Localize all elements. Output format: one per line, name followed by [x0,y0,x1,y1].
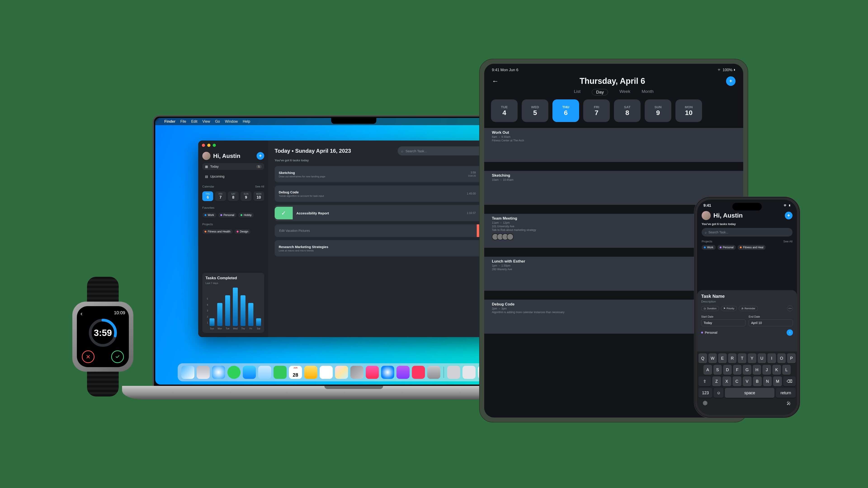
key-z[interactable]: Z [712,377,721,386]
dock-icon-finder[interactable] [181,366,194,379]
day-cell[interactable]: WED5 [522,99,548,122]
dock-icon-appstore[interactable] [381,366,394,379]
see-all-link[interactable]: See All [255,185,264,188]
chip-work[interactable]: Work [702,245,716,250]
dock-icon-settings[interactable] [197,366,210,379]
dock-icon-messages[interactable] [227,366,241,379]
dock-icon-photos[interactable] [335,366,348,379]
key-d[interactable]: D [723,365,732,375]
search-input[interactable]: ⌕ Search Task... [702,228,793,236]
tag-name[interactable]: Personal [705,331,717,334]
sheet-description[interactable]: Description [701,300,793,303]
minimize-button[interactable] [207,144,211,147]
mini-day[interactable]: THU6 [202,191,213,201]
menu-edit[interactable]: Edit [191,120,197,124]
task-row[interactable] [275,224,495,237]
key-w[interactable]: W [708,353,717,363]
key-c[interactable]: C [733,377,741,386]
key-i[interactable]: I [767,353,776,363]
task-title-input[interactable] [279,229,473,233]
key-p[interactable]: P [787,353,796,363]
dock-icon-app2[interactable] [463,366,475,379]
dock-icon-preview[interactable] [350,366,364,379]
key-space[interactable]: space [725,388,774,398]
zoom-button[interactable] [213,144,216,147]
dock-icon-app1[interactable] [447,366,460,379]
day-cell[interactable]: SAT8 [614,99,641,122]
key-y[interactable]: Y [748,353,756,363]
key-e[interactable]: E [718,353,727,363]
mic-icon[interactable]: 🎤︎ [786,401,791,406]
tab-month[interactable]: Month [642,89,653,95]
key-v[interactable]: V [743,377,752,386]
mini-day[interactable]: MON10 [253,191,264,201]
key-q[interactable]: Q [699,353,707,363]
day-cell[interactable]: MON10 [675,99,702,122]
task-row[interactable]: ✓Accessibility Report1:10:37● [275,205,495,221]
sidebar-item-today[interactable]: ▦ Today 5 [202,163,264,170]
key-f[interactable]: F [733,365,742,375]
back-button[interactable]: ← [492,77,499,85]
dock-icon-contacts[interactable] [258,366,271,379]
chip-personal[interactable]: Personal [717,245,736,250]
key-a[interactable]: A [704,365,712,375]
key-x[interactable]: X [722,377,731,386]
agenda-event[interactable]: Work Out8am → 9:30amFitness Center at Th… [484,128,743,162]
sidebar-item-upcoming[interactable]: ▤ Upcoming [202,173,264,180]
key-h[interactable]: H [753,365,761,375]
key-k[interactable]: K [772,365,781,375]
back-chevron-icon[interactable]: ‹ [81,310,83,317]
start-date-field[interactable]: Today [701,320,745,326]
add-button[interactable]: + [785,212,793,219]
see-all-link[interactable]: See All [783,240,793,243]
add-button[interactable]: + [726,76,736,86]
task-row[interactable]: Debug CodeTweak algorithm to account for… [275,186,495,202]
menu-window[interactable]: Window [225,120,238,124]
key-123[interactable]: 123 [699,388,712,398]
menu-file[interactable]: File [180,120,186,124]
key-g[interactable]: G [743,365,751,375]
tab-week[interactable]: Week [619,89,630,95]
menu-go[interactable]: Go [215,120,220,124]
dock-icon-facetime[interactable] [274,366,287,379]
key-b[interactable]: B [753,377,762,386]
task-row[interactable]: SketchingDraw out wireframes for new lan… [275,166,495,182]
more-options-button[interactable]: ⋯ [787,305,793,311]
tab-list[interactable]: List [574,89,581,95]
avatar[interactable] [702,211,711,220]
dock-icon-notes[interactable] [304,366,317,379]
key-t[interactable]: T [738,353,746,363]
option-duration[interactable]: ◷Duration [701,306,719,311]
close-button[interactable] [202,144,205,147]
key-return[interactable]: return [776,388,796,398]
key-j[interactable]: J [763,365,771,375]
key-s[interactable]: S [713,365,722,375]
chip-design[interactable]: Design [235,229,250,234]
submit-button[interactable]: ↑ [786,329,793,336]
menu-help[interactable]: Help [243,120,250,124]
menu-view[interactable]: View [202,120,210,124]
chip-fitness-and-heal[interactable]: Fitness and Heal [738,245,766,250]
option-priority[interactable]: ⚑Priority [721,306,737,311]
sheet-title[interactable]: Task Name [701,294,793,299]
key-l[interactable]: L [782,365,791,375]
chip-fitness-and-health[interactable]: Fitness and Health [202,229,232,234]
key-m[interactable]: M [773,377,782,386]
chip-personal[interactable]: Personal [218,213,237,218]
key-r[interactable]: R [728,353,737,363]
dock-icon-mail[interactable] [243,366,256,379]
day-cell[interactable]: TUE4 [491,99,518,122]
menubar-app[interactable]: Finder [164,120,176,124]
key-delete[interactable]: ⌫ [783,377,796,386]
dock-icon-music[interactable] [366,366,379,379]
task-row[interactable]: Research Marketing StrategiesLook at mac… [275,240,495,256]
end-date-field[interactable]: April 10 [749,320,793,326]
day-cell[interactable]: SUN9 [645,99,671,122]
key-u[interactable]: U [758,353,766,363]
mini-day[interactable]: SAT8 [228,191,239,201]
mini-day[interactable]: SUN9 [241,191,251,201]
confirm-button[interactable] [111,350,124,363]
option-reminder[interactable]: ◔Reminder [739,306,758,311]
dock-icon-podcasts[interactable] [397,366,410,379]
day-cell[interactable]: FRI7 [583,99,610,122]
